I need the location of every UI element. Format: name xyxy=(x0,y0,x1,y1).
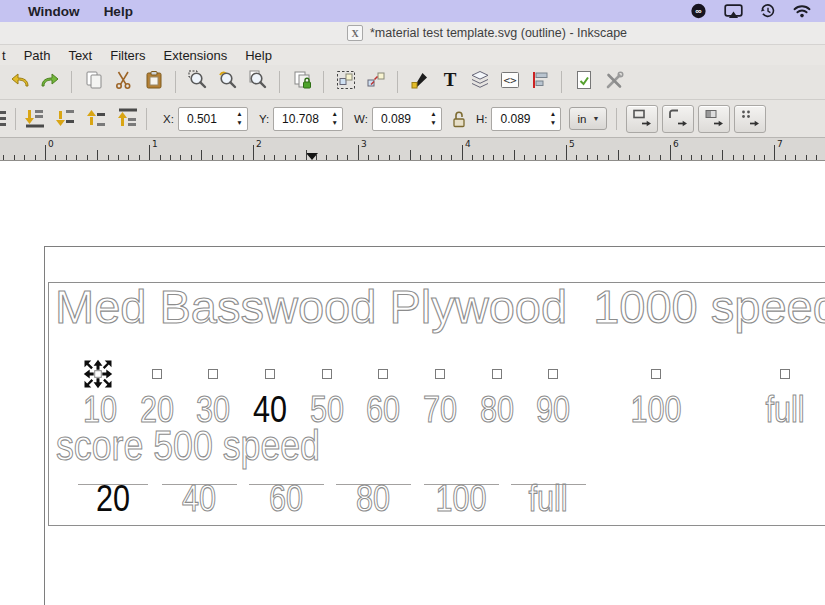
ungroup-button[interactable] xyxy=(362,69,389,96)
score-label-full[interactable]: full xyxy=(528,481,567,517)
inkscape-menubar: tPathTextFiltersExtensionsHelp xyxy=(0,45,825,65)
lower-to-bottom-button[interactable] xyxy=(21,105,48,132)
test-square[interactable] xyxy=(435,369,445,379)
time-machine-icon[interactable] xyxy=(760,3,776,19)
zoom-selection-button[interactable] xyxy=(184,69,211,96)
menubar-item-path[interactable]: Path xyxy=(15,48,60,63)
lower-one-button[interactable] xyxy=(52,105,79,132)
move-pattern-icon xyxy=(739,107,761,131)
ruler-tick xyxy=(785,155,786,160)
test-square[interactable] xyxy=(265,369,275,379)
menubar-item-help[interactable]: Help xyxy=(236,48,281,63)
zoom-selection-icon xyxy=(187,69,209,95)
menubar-item-filters[interactable]: Filters xyxy=(101,48,154,63)
move-gradient-toggle-button[interactable] xyxy=(698,105,730,133)
svg-text:T: T xyxy=(443,69,456,90)
test-square[interactable] xyxy=(492,369,502,379)
score-label-100[interactable]: 100 xyxy=(435,481,486,517)
move-corners-toggle-button[interactable] xyxy=(662,105,694,133)
score-label-80[interactable]: 80 xyxy=(356,481,390,517)
test-square[interactable] xyxy=(152,369,162,379)
x-input[interactable]: ▲▼ xyxy=(178,107,248,131)
units-dropdown-value: in xyxy=(577,113,586,125)
power-label-full[interactable]: full xyxy=(765,392,804,428)
window-titlebar[interactable]: X *material test template.svg (outline) … xyxy=(0,22,825,45)
redo-button[interactable] xyxy=(36,69,63,96)
lock-ratio-icon[interactable] xyxy=(451,110,467,128)
screen-mirroring-icon[interactable] xyxy=(724,4,743,19)
xml-editor-button[interactable]: <> xyxy=(496,69,523,96)
text-button[interactable]: T xyxy=(436,69,463,96)
menubar-item-t[interactable]: t xyxy=(0,48,15,63)
test-square[interactable] xyxy=(322,369,332,379)
macos-menu-window[interactable]: Window xyxy=(28,4,80,19)
y-spinner[interactable]: ▲▼ xyxy=(327,111,342,126)
ruler-tick xyxy=(472,155,473,160)
power-label-70[interactable]: 70 xyxy=(423,392,457,428)
ruler-tick xyxy=(14,155,15,160)
ruler-tick xyxy=(243,155,244,160)
y-label: Y: xyxy=(259,113,269,125)
clone-button[interactable] xyxy=(288,69,315,96)
paste-button[interactable] xyxy=(140,69,167,96)
move-corners-icon xyxy=(667,107,689,131)
x-spinner[interactable]: ▲▼ xyxy=(232,111,247,126)
clipped-toolbar-icon xyxy=(0,107,10,131)
cut-button[interactable] xyxy=(110,69,137,96)
copy-button[interactable] xyxy=(80,69,107,96)
h-input[interactable]: ▲▼ xyxy=(491,107,561,131)
test-square[interactable] xyxy=(208,369,218,379)
document-properties-button[interactable] xyxy=(570,69,597,96)
test-square[interactable] xyxy=(548,369,558,379)
score-label-60[interactable]: 60 xyxy=(269,481,303,517)
ruler-tick xyxy=(285,155,286,160)
menubar-item-text[interactable]: Text xyxy=(59,48,101,63)
group-icon xyxy=(335,69,357,95)
test-square[interactable] xyxy=(378,369,388,379)
w-spinner[interactable]: ▲▼ xyxy=(426,111,441,126)
x-label: X: xyxy=(163,113,174,125)
units-dropdown[interactable]: in ▼ xyxy=(569,107,607,130)
power-label-90[interactable]: 90 xyxy=(536,392,570,428)
material-title-text[interactable]: Med Basswood Plywood 1000 speed xyxy=(55,283,825,330)
ruler-tick xyxy=(389,155,390,160)
ruler-tick xyxy=(535,155,536,160)
canvas[interactable]: Med Basswood Plywood 1000 speed 10203040… xyxy=(0,161,825,605)
undo-icon xyxy=(9,69,31,95)
ruler-tick xyxy=(118,155,119,160)
macos-menu-help[interactable]: Help xyxy=(104,4,133,19)
move-pattern-toggle-button[interactable] xyxy=(734,105,766,133)
ruler-tick xyxy=(410,150,411,160)
zoom-page-button[interactable] xyxy=(244,69,271,96)
move-stroke-toggle-button[interactable] xyxy=(626,105,658,133)
align-distribute-button[interactable] xyxy=(526,69,553,96)
menubar-item-extensions[interactable]: Extensions xyxy=(155,48,237,63)
score-label-20[interactable]: 20 xyxy=(96,481,130,517)
power-label-60[interactable]: 60 xyxy=(366,392,400,428)
wifi-icon[interactable] xyxy=(793,4,811,18)
score-label-40[interactable]: 40 xyxy=(182,481,216,517)
w-input[interactable]: ▲▼ xyxy=(372,107,442,131)
ruler-tick xyxy=(306,150,307,160)
power-label-80[interactable]: 80 xyxy=(480,392,514,428)
horizontal-ruler[interactable]: 01234567 xyxy=(0,138,825,161)
layers-button[interactable] xyxy=(466,69,493,96)
ruler-tick xyxy=(66,155,67,160)
undo-button[interactable] xyxy=(6,69,33,96)
y-input[interactable]: ▲▼ xyxy=(273,107,343,131)
h-value xyxy=(492,112,545,126)
fill-stroke-button[interactable] xyxy=(406,69,433,96)
test-square[interactable] xyxy=(780,369,790,379)
score-caption-text[interactable]: score 500 speed xyxy=(56,425,320,467)
h-spinner[interactable]: ▲▼ xyxy=(545,111,560,126)
ruler-label: 0 xyxy=(48,139,54,149)
group-button[interactable] xyxy=(332,69,359,96)
raise-to-top-button[interactable] xyxy=(114,105,141,132)
test-square[interactable] xyxy=(651,369,661,379)
adobe-creative-cloud-icon[interactable]: ∞ xyxy=(690,3,707,19)
preferences-button[interactable] xyxy=(600,69,627,96)
raise-one-button[interactable] xyxy=(83,105,110,132)
ruler-tick xyxy=(743,155,744,160)
zoom-drawing-button[interactable] xyxy=(214,69,241,96)
power-label-100[interactable]: 100 xyxy=(630,392,681,428)
